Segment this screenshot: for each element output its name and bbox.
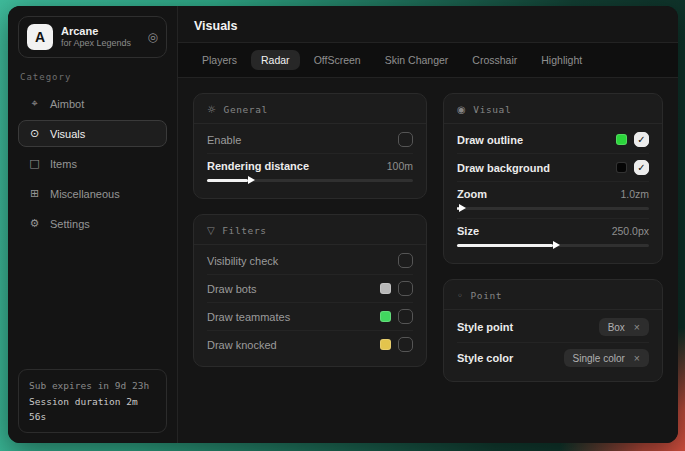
left-column: ☼ General Enable Rendering distance	[193, 93, 427, 367]
sidebar-item-label: Aimbot	[50, 98, 84, 110]
panel-general: ☼ General Enable Rendering distance	[193, 93, 427, 199]
panel-title-text: Point	[471, 290, 503, 301]
tab-crosshair[interactable]: Crosshair	[462, 50, 527, 70]
slider-fill	[457, 207, 459, 210]
eye-icon: ◉	[457, 104, 466, 115]
panel-point-body: Style point Box × Style color Single col…	[444, 310, 662, 381]
draw-bots-checkbox[interactable]	[398, 281, 413, 296]
sidebar-item-miscellaneous[interactable]: ⊞ Miscellaneous	[18, 180, 167, 207]
right-column: ◉ Visual Draw outline ✓	[443, 93, 663, 382]
sidebar: A Arcane for Apex Legends ◎ Category ⌖ A…	[8, 6, 178, 443]
items-icon: □	[28, 157, 41, 170]
settings-gear-icon: ⚙	[28, 217, 41, 230]
panel-visual: ◉ Visual Draw outline ✓	[443, 93, 663, 264]
style-point-select[interactable]: Box ×	[599, 318, 649, 336]
sidebar-spacer	[18, 240, 167, 369]
app-window: A Arcane for Apex Legends ◎ Category ⌖ A…	[8, 6, 678, 443]
chip-close-icon[interactable]: ×	[634, 352, 640, 364]
slider-thumb[interactable]	[459, 204, 466, 212]
sub-expires-text: Sub expires in 9d 23h	[29, 378, 156, 393]
panel-point-title: ◦ Point	[444, 280, 662, 310]
sidebar-item-aimbot[interactable]: ⌖ Aimbot	[18, 90, 167, 117]
session-card: Sub expires in 9d 23h Session duration 2…	[18, 369, 167, 433]
tab-players[interactable]: Players	[192, 50, 247, 70]
row-draw-outline: Draw outline ✓	[457, 126, 649, 153]
logo-letter: A	[35, 29, 45, 45]
main-header: Visuals	[178, 6, 678, 43]
visibility-check-checkbox[interactable]	[398, 253, 413, 268]
draw-bots-label: Draw bots	[207, 283, 257, 295]
draw-background-color-swatch[interactable]	[616, 162, 627, 173]
target-icon[interactable]: ◎	[148, 30, 158, 44]
sidebar-item-label: Visuals	[50, 128, 85, 140]
size-slider[interactable]	[457, 244, 649, 247]
brand-text: Arcane for Apex Legends	[61, 25, 140, 50]
visibility-check-label: Visibility check	[207, 255, 278, 267]
draw-teammates-label: Draw teammates	[207, 311, 290, 323]
visuals-icon: ⊙	[28, 127, 41, 140]
slider-thumb[interactable]	[248, 176, 255, 184]
style-color-label: Style color	[457, 352, 513, 364]
sidebar-item-settings[interactable]: ⚙ Settings	[18, 210, 167, 237]
row-rendering-distance: Rendering distance 100m	[207, 153, 413, 190]
style-point-label: Style point	[457, 321, 513, 333]
session-duration-text: Session duration 2m 56s	[29, 394, 156, 424]
row-draw-bots: Draw bots	[207, 274, 413, 302]
panel-filters: ▽ Filters Visibility check Dra	[193, 214, 427, 367]
panel-title-text: General	[224, 104, 268, 115]
chip-close-icon[interactable]: ×	[634, 321, 640, 333]
zoom-label: Zoom	[457, 188, 487, 200]
brand-card: A Arcane for Apex Legends ◎	[18, 16, 167, 58]
app-logo: A	[27, 24, 53, 50]
main-area: Visuals Players Radar OffScreen Skin Cha…	[178, 6, 678, 443]
filter-icon: ▽	[207, 225, 215, 236]
draw-knocked-checkbox[interactable]	[398, 337, 413, 352]
row-draw-knocked: Draw knocked	[207, 330, 413, 358]
rendering-distance-slider[interactable]	[207, 179, 413, 182]
slider-fill	[207, 179, 248, 182]
chip-value: Single color	[573, 353, 625, 364]
row-visibility-check: Visibility check	[207, 247, 413, 274]
draw-knocked-label: Draw knocked	[207, 339, 277, 351]
tab-highlight[interactable]: Highlight	[531, 50, 592, 70]
panel-title-text: Filters	[222, 225, 266, 236]
draw-bots-color-swatch[interactable]	[380, 283, 391, 294]
draw-teammates-color-swatch[interactable]	[380, 311, 391, 322]
aimbot-icon: ⌖	[28, 97, 41, 110]
app-name: Arcane	[61, 25, 140, 39]
draw-outline-checkbox[interactable]: ✓	[634, 132, 649, 147]
size-label: Size	[457, 225, 479, 237]
draw-background-checkbox[interactable]: ✓	[634, 160, 649, 175]
game-backdrop: A Arcane for Apex Legends ◎ Category ⌖ A…	[0, 0, 685, 451]
tab-skin-changer[interactable]: Skin Changer	[375, 50, 459, 70]
slider-fill	[457, 244, 553, 247]
row-zoom: Zoom 1.0zm	[457, 181, 649, 218]
draw-background-label: Draw background	[457, 162, 550, 174]
panel-filters-title: ▽ Filters	[194, 215, 426, 245]
draw-outline-color-swatch[interactable]	[616, 134, 627, 145]
row-draw-teammates: Draw teammates	[207, 302, 413, 330]
zoom-slider[interactable]	[457, 207, 649, 210]
category-label: Category	[20, 72, 165, 82]
sidebar-item-visuals[interactable]: ⊙ Visuals	[18, 120, 167, 147]
panel-visual-title: ◉ Visual	[444, 94, 662, 124]
tab-radar[interactable]: Radar	[251, 50, 300, 70]
chip-value: Box	[608, 322, 625, 333]
panel-filters-body: Visibility check Draw bots	[194, 245, 426, 366]
miscellaneous-icon: ⊞	[28, 187, 41, 200]
style-color-select[interactable]: Single color ×	[564, 349, 649, 367]
draw-teammates-checkbox[interactable]	[398, 309, 413, 324]
row-size: Size 250.0px	[457, 218, 649, 255]
slider-thumb[interactable]	[553, 241, 560, 249]
row-style-point: Style point Box ×	[457, 312, 649, 342]
general-icon: ☼	[207, 104, 217, 115]
tab-offscreen[interactable]: OffScreen	[304, 50, 371, 70]
enable-label: Enable	[207, 134, 241, 146]
sidebar-item-label: Settings	[50, 218, 90, 230]
row-draw-background: Draw background ✓	[457, 153, 649, 181]
draw-knocked-color-swatch[interactable]	[380, 339, 391, 350]
panel-visual-body: Draw outline ✓ Draw background	[444, 124, 662, 263]
row-style-color: Style color Single color ×	[457, 342, 649, 373]
enable-checkbox[interactable]	[398, 132, 413, 147]
sidebar-item-items[interactable]: □ Items	[18, 150, 167, 177]
